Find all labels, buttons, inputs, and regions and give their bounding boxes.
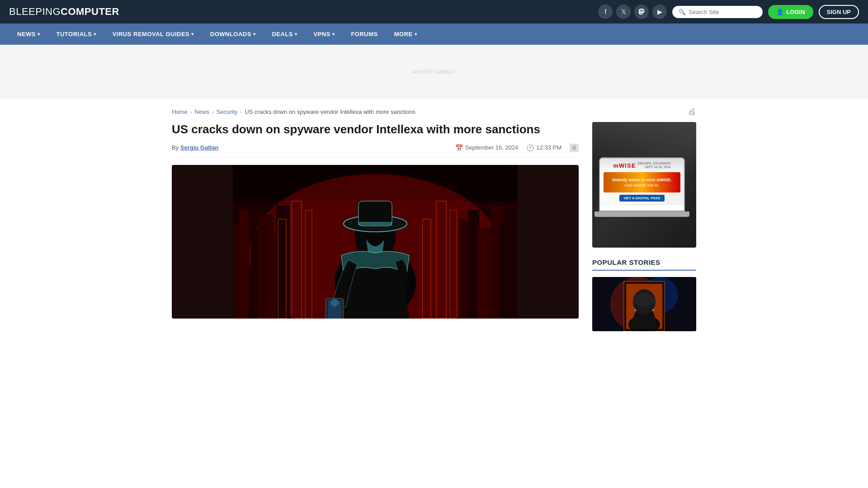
search-icon: 🔍: [679, 9, 686, 15]
comment-bubble-icon: 0: [570, 144, 579, 152]
article-main: US cracks down on spyware vendor Intelle…: [172, 122, 579, 319]
social-icons-group: f 𝕏 ▶: [598, 5, 667, 19]
article-title: US cracks down on spyware vendor Intelle…: [172, 122, 579, 137]
mwise-ad-content: mWISE DENVER, COLORADOSEPT 16-18, 2024 N…: [592, 122, 696, 248]
breadcrumb-security[interactable]: Security: [217, 108, 238, 115]
breadcrumb-left: Home › News › Security › US cracks down …: [172, 108, 415, 115]
main-nav: NEWS ▾ TUTORIALS ▾ VIRUS REMOVAL GUIDES …: [0, 23, 868, 45]
article-author-line: By Sergiu Gatlan: [172, 144, 218, 151]
youtube-icon[interactable]: ▶: [652, 5, 667, 19]
login-icon: 👤: [776, 9, 783, 15]
header-right: f 𝕏 ▶ 🔍 👤 LOGIN SIGN UP: [598, 5, 859, 19]
breadcrumb-current: US cracks down on spyware vendor Intelle…: [245, 108, 415, 115]
chevron-down-icon: ▾: [253, 32, 256, 37]
logo-light: BLEEPING: [9, 6, 61, 17]
logo-bold: COMPUTER: [61, 6, 119, 17]
chevron-down-icon: ▾: [38, 32, 40, 37]
search-input[interactable]: [689, 9, 756, 15]
article-date: 📅 September 16, 2024: [455, 144, 519, 151]
facebook-icon[interactable]: f: [598, 5, 613, 19]
article-sidebar: mWISE DENVER, COLORADOSEPT 16-18, 2024 N…: [592, 122, 696, 331]
article-author-link[interactable]: Sergiu Gatlan: [180, 144, 219, 151]
svg-rect-13: [500, 224, 518, 319]
nav-item-deals[interactable]: DEALS ▾: [264, 23, 305, 45]
popular-story-1-image: G: [592, 277, 696, 331]
chevron-down-icon: ▾: [191, 32, 194, 37]
top-ad-banner: ADVERTISEMENT: [0, 45, 868, 99]
signup-button[interactable]: SIGN UP: [819, 5, 859, 19]
calendar-icon: 📅: [455, 144, 463, 151]
popular-stories-heading: POPULAR STORIES: [592, 258, 696, 271]
article-meta-right: 📅 September 16, 2024 🕐 12:33 PM 0: [455, 144, 579, 152]
search-bar: 🔍: [672, 6, 763, 18]
mwise-cta[interactable]: GET A DIGITAL PASS: [619, 195, 665, 202]
breadcrumb-sep-3: ›: [241, 109, 242, 115]
nav-item-tutorials[interactable]: TUTORIALS ▾: [48, 23, 104, 45]
breadcrumb-news[interactable]: News: [194, 108, 209, 115]
nav-item-more[interactable]: MORE ▾: [386, 23, 425, 45]
mastodon-icon[interactable]: [634, 5, 649, 19]
nav-item-virus-removal[interactable]: VIRUS REMOVAL GUIDES ▾: [104, 23, 202, 45]
site-logo[interactable]: BLEEPINGCOMPUTER: [9, 6, 119, 18]
svg-point-28: [331, 299, 338, 306]
chevron-down-icon: ▾: [94, 32, 96, 37]
nav-item-downloads[interactable]: DOWNLOADS ▾: [202, 23, 264, 45]
popular-story-1[interactable]: G: [592, 277, 696, 331]
print-icon[interactable]: 🖨: [688, 107, 696, 117]
login-button[interactable]: 👤 LOGIN: [768, 5, 813, 19]
svg-rect-24: [359, 222, 392, 225]
main-container: Home › News › Security › US cracks down …: [163, 99, 705, 331]
nav-item-news[interactable]: NEWS ▾: [9, 23, 48, 45]
sidebar-ad-mwise[interactable]: mWISE DENVER, COLORADOSEPT 16-18, 2024 N…: [592, 122, 696, 248]
breadcrumb: Home › News › Security › US cracks down …: [172, 99, 696, 122]
chevron-down-icon: ▾: [295, 32, 297, 37]
article-time: 🕐 12:33 PM: [526, 144, 561, 151]
nav-item-vpns[interactable]: VPNS ▾: [306, 23, 343, 45]
chevron-down-icon: ▾: [332, 32, 335, 37]
article-layout: US cracks down on spyware vendor Intelle…: [172, 122, 696, 331]
nav-item-forums[interactable]: FORUMS: [343, 23, 386, 45]
breadcrumb-sep-1: ›: [190, 109, 192, 115]
clock-icon: 🕐: [526, 144, 534, 151]
mwise-tagline2: And nobody has to.: [624, 183, 660, 188]
article-comments[interactable]: 0: [570, 144, 579, 152]
breadcrumb-home[interactable]: Home: [172, 108, 188, 115]
article-meta: By Sergiu Gatlan 📅 September 16, 2024 🕐 …: [172, 144, 579, 158]
svg-rect-4: [240, 210, 249, 319]
site-header: BLEEPINGCOMPUTER f 𝕏 ▶ 🔍 👤 LOGIN SIGN UP: [0, 0, 868, 23]
chevron-down-icon: ▾: [415, 32, 417, 37]
breadcrumb-sep-2: ›: [212, 109, 214, 115]
twitter-icon[interactable]: 𝕏: [616, 5, 631, 19]
mwise-tagline: Nobody wants to miss mWISE.: [612, 177, 672, 183]
article-hero-image: [172, 165, 579, 319]
